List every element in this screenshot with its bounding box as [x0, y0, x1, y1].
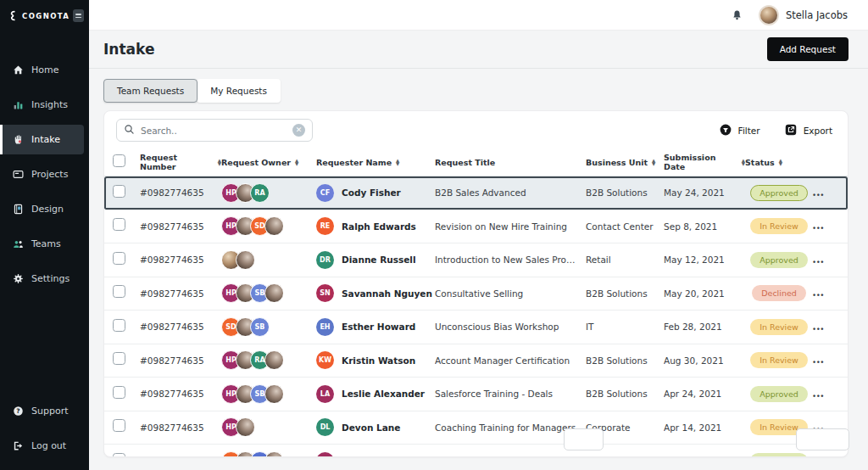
- insights-icon: [11, 98, 25, 111]
- requester-avatar: KW: [316, 351, 334, 369]
- row-checkbox[interactable]: [113, 285, 125, 298]
- requester-name: Esther Howard: [342, 322, 415, 332]
- filter-button[interactable]: Filter: [719, 123, 760, 138]
- requester-name: Savannah Nguyen: [342, 288, 432, 299]
- requester-avatar: LA: [316, 452, 334, 457]
- owner-avatar-photo: [264, 350, 284, 370]
- status-badge: Approved: [750, 252, 808, 268]
- business-unit: IT: [586, 322, 664, 332]
- tab-team-requests[interactable]: Team Requests: [103, 79, 198, 103]
- sidebar-item-label: Support: [31, 406, 68, 417]
- sidebar-footer: ?SupportLog out: [0, 394, 89, 470]
- row-checkbox[interactable]: [113, 352, 125, 365]
- request-title: B2B Sales Advanced: [435, 187, 586, 198]
- requester-cell: DLDevon Lane: [316, 418, 435, 436]
- pagination-control[interactable]: [564, 428, 604, 450]
- submission-date: Aug 30, 2021: [664, 355, 745, 366]
- row-actions-cell: •••: [813, 218, 842, 234]
- table-row[interactable]: #0982774635HPRAKWKristin WatsonAccount M…: [104, 344, 848, 378]
- row-checkbox[interactable]: [113, 386, 125, 399]
- status-badge: In Review: [750, 218, 808, 234]
- row-actions-cell: •••: [813, 319, 842, 335]
- row-checkbox[interactable]: [113, 252, 125, 265]
- row-actions-button[interactable]: •••: [813, 258, 825, 266]
- table-row[interactable]: #0982774635SDRMLALeslie AlexanderIntrodu…: [104, 445, 848, 457]
- column-header-request-title[interactable]: Request Title: [435, 158, 586, 167]
- status-cell: Approved: [745, 386, 813, 402]
- row-actions-cell: •••: [813, 185, 842, 201]
- owner-avatar-photo: [264, 384, 284, 404]
- sidebar: COGNOTA HomeInsightsIntakeProjectsDesign…: [0, 0, 89, 470]
- select-all-checkbox[interactable]: [113, 154, 125, 167]
- clear-search-icon[interactable]: ✕: [292, 124, 305, 137]
- business-unit: B2B Solutions: [586, 187, 664, 198]
- row-actions-button[interactable]: •••: [813, 291, 825, 299]
- table-body: #0982774635HPRACFCody FisherB2B Sales Ad…: [104, 176, 848, 457]
- row-checkbox[interactable]: [113, 419, 125, 432]
- row-actions-cell: •••: [813, 352, 842, 368]
- row-actions-cell: •••: [813, 386, 842, 402]
- requester-name: Leslie Alexander: [342, 389, 425, 399]
- user-menu[interactable]: Stella Jacobs: [759, 5, 848, 25]
- table-row[interactable]: #0982774635HPSBLALeslie AlexanderSalesfo…: [104, 378, 848, 411]
- add-request-button[interactable]: Add Request: [767, 37, 849, 61]
- search-input[interactable]: [141, 126, 287, 136]
- sidebar-item-settings[interactable]: Settings: [0, 264, 84, 294]
- table-row[interactable]: #0982774635HPDLDevon LaneCoaching Traini…: [104, 411, 848, 445]
- sidebar-item-logout[interactable]: Log out: [0, 431, 84, 461]
- row-checkbox[interactable]: [113, 319, 125, 332]
- request-title: Introduction to New Sales Proces...: [435, 456, 586, 457]
- logo: COGNOTA: [0, 0, 89, 36]
- table-row[interactable]: #0982774635SDSBEHEsther HowardUnconsciou…: [104, 311, 848, 344]
- row-checkbox[interactable]: [113, 453, 125, 457]
- row-actions-button[interactable]: •••: [813, 191, 825, 199]
- row-actions-button[interactable]: •••: [813, 392, 825, 400]
- column-header-business-unit[interactable]: Business Unit▲▼: [586, 158, 664, 167]
- requester-name: Devon Lane: [342, 422, 400, 433]
- row-checkbox-cell: [111, 185, 140, 201]
- table-row[interactable]: #0982774635HPSBSNSavannah NguyenConsulta…: [104, 277, 848, 311]
- column-header-requester-name[interactable]: Requester Name▲▼: [316, 158, 435, 167]
- row-checkbox[interactable]: [113, 218, 125, 231]
- column-label: Request Title: [435, 158, 495, 167]
- request-title: Introduction to New Sales Proces...: [435, 255, 586, 265]
- column-header-status[interactable]: Status▲▼: [745, 158, 813, 167]
- status-cell: Approved: [745, 252, 813, 268]
- submission-date: Feb 28, 2021: [664, 322, 745, 332]
- sidebar-item-projects[interactable]: Projects: [0, 159, 84, 189]
- request-number: #0982774635: [140, 187, 221, 198]
- collapse-sidebar-button[interactable]: [73, 9, 84, 22]
- sort-icon: ▲▼: [652, 159, 655, 165]
- row-actions-button[interactable]: •••: [813, 358, 825, 366]
- sidebar-item-home[interactable]: Home: [0, 55, 84, 85]
- status-badge: Approved: [750, 453, 808, 457]
- export-button[interactable]: Export: [784, 123, 832, 138]
- intake-icon: [11, 133, 25, 146]
- row-actions-button[interactable]: •••: [813, 325, 825, 333]
- sidebar-item-teams[interactable]: Teams: [0, 229, 84, 259]
- column-label: Submission Date: [664, 153, 737, 171]
- table-row[interactable]: #0982774635HPSDRERalph EdwardsRevision o…: [104, 210, 848, 244]
- table-row[interactable]: #0982774635HPRACFCody FisherB2B Sales Ad…: [104, 176, 848, 210]
- column-header-request-number[interactable]: Request Number▲▼: [140, 153, 221, 171]
- tab-my-requests[interactable]: My Requests: [197, 79, 281, 103]
- row-actions-button[interactable]: •••: [813, 224, 825, 232]
- sidebar-item-support[interactable]: ?Support: [0, 396, 84, 426]
- page-title: Intake: [103, 41, 154, 58]
- owner-avatar-photo: [236, 250, 255, 270]
- column-header-submission-date[interactable]: Submission Date▲▼: [664, 153, 745, 171]
- owner-avatar-photo: [264, 216, 284, 236]
- sidebar-item-intake[interactable]: Intake: [0, 125, 84, 154]
- export-icon: [784, 123, 798, 138]
- notifications-bell-icon[interactable]: [731, 8, 743, 22]
- sidebar-item-insights[interactable]: Insights: [0, 90, 84, 120]
- column-header-request-owner[interactable]: Request Owner▲▼: [221, 158, 316, 167]
- sidebar-item-label: Settings: [31, 273, 70, 284]
- submission-date: May 20, 2021: [664, 288, 745, 299]
- row-checkbox[interactable]: [113, 185, 125, 198]
- pagination-control[interactable]: [796, 428, 849, 450]
- sidebar-item-design[interactable]: Design: [0, 194, 84, 224]
- table-row[interactable]: #0982774635DRDianne RussellIntroduction …: [104, 243, 848, 277]
- status-cell: Approved: [745, 185, 813, 201]
- teams-icon: [11, 238, 25, 250]
